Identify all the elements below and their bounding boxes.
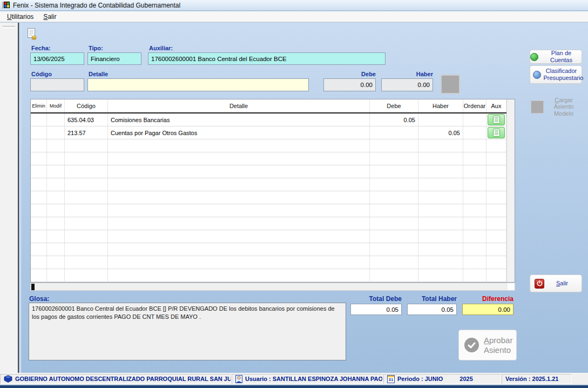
cell-modif [47, 152, 65, 165]
aux-detail-button[interactable] [488, 127, 505, 138]
dock-grip-handle[interactable] [3, 26, 15, 28]
cell-aux [486, 126, 506, 139]
journal-document-icon[interactable] [26, 28, 38, 42]
cell-modif [47, 139, 65, 152]
glosa-label: Glosa: [29, 295, 49, 303]
column-header-elimin[interactable]: Elimin [31, 99, 47, 112]
aprobar-asiento-button[interactable]: Aprobar Asiento [458, 330, 517, 360]
column-header-ordenar[interactable]: Ordenar [463, 99, 486, 112]
cell-modif [47, 256, 65, 269]
cargar-asiento-label: Cargar Asiento Modelo [546, 97, 581, 117]
column-header-aux[interactable]: Aux [486, 99, 506, 112]
cell-haber [418, 230, 463, 243]
cell-modif [47, 191, 65, 204]
cell-codigo: 213.57 [65, 126, 108, 139]
table-row [31, 165, 506, 178]
codigo-entry-field[interactable] [30, 78, 84, 91]
cell-modif [47, 243, 65, 256]
cell-debe [370, 152, 418, 165]
cell-aux [486, 243, 506, 256]
diferencia-field: 0.00 [462, 304, 513, 315]
cell-detalle [108, 217, 370, 230]
cell-modif [47, 217, 65, 230]
status-bar: GOBIERNO AUTONOMO DESCENTRALIZADO PARROQ… [0, 373, 588, 384]
cell-detalle: Cuentas por Pagar Otros Gastos [108, 126, 370, 139]
glosa-textarea[interactable]: 1760002600001 Banco Central del Ecuador … [29, 303, 346, 360]
cell-haber [418, 139, 463, 152]
aux-detail-button[interactable] [488, 114, 505, 125]
cell-debe [370, 204, 418, 217]
menu-utilitarios[interactable]: Utilitarios [2, 12, 38, 22]
cell-elimin [31, 165, 47, 178]
column-header-detalle[interactable]: Detalle [108, 99, 370, 112]
cell-elimin [31, 152, 47, 165]
cell-codigo [65, 243, 108, 256]
cell-elimin [31, 230, 47, 243]
codigo-entry-label: Código [31, 71, 52, 77]
cell-elimin [31, 113, 47, 126]
cell-modif [47, 165, 65, 178]
user-icon [235, 375, 242, 383]
detalle-entry-field[interactable] [87, 78, 309, 91]
plan-de-cuentas-button[interactable]: Plan de Cuentas [530, 50, 582, 64]
cargar-asiento-modelo-button[interactable]: Cargar Asiento Modelo [530, 98, 582, 116]
cell-debe [370, 126, 418, 139]
hscroll-thumb[interactable] [31, 284, 35, 290]
cell-codigo [65, 217, 108, 230]
column-header-debe[interactable]: Debe [370, 99, 418, 112]
cell-ordenar [463, 217, 486, 230]
salir-button[interactable]: Salir [530, 275, 582, 292]
table-row [31, 269, 506, 282]
cell-haber [418, 217, 463, 230]
cell-ordenar [463, 152, 486, 165]
add-line-button[interactable] [441, 75, 460, 94]
aprobar-asiento-label: Aprobar Asiento [484, 336, 512, 354]
menu-salir[interactable]: Salir [38, 12, 61, 22]
plan-de-cuentas-label: Plan de Cuentas [541, 50, 582, 63]
total-debe-field: 0.05 [350, 304, 402, 315]
auxiliar-field[interactable]: 1760002600001 Banco Central del Ecuador … [148, 52, 386, 65]
cell-detalle [108, 191, 370, 204]
tipo-field[interactable]: Financiero [87, 52, 141, 65]
table-horizontal-scrollbar[interactable] [30, 283, 515, 291]
cell-modif [47, 230, 65, 243]
fecha-field[interactable]: 13/06/2025 [30, 52, 84, 65]
app-window: Fenix - Sistema Integrado de Contabilida… [0, 0, 588, 388]
periodo-text: Periodo : JUNIO [397, 376, 443, 382]
green-sphere-icon [530, 53, 538, 61]
cell-detalle [108, 165, 370, 178]
cell-ordenar [463, 165, 486, 178]
cell-ordenar [463, 113, 486, 126]
table-row [31, 217, 506, 230]
power-icon [535, 279, 544, 289]
table-row[interactable]: 213.57Cuentas por Pagar Otros Gastos0.05 [31, 126, 506, 139]
cell-debe [370, 243, 418, 256]
cell-modif [47, 113, 65, 126]
cell-elimin [31, 243, 47, 256]
clasificador-presupuestario-button[interactable]: Clasificador Presupuestario [530, 65, 582, 84]
column-header-modif[interactable]: Modif [47, 99, 65, 112]
cell-detalle [108, 230, 370, 243]
diferencia-label: Diferencia [462, 295, 513, 303]
book-icon [4, 375, 12, 383]
collapsed-side-dock[interactable] [0, 23, 19, 373]
table-vertical-scrollbar[interactable] [506, 99, 515, 282]
debe-entry-field[interactable]: 0.00 [323, 78, 376, 91]
total-haber-label: Total Haber [407, 295, 457, 303]
cell-detalle [108, 178, 370, 191]
column-header-haber[interactable]: Haber [418, 99, 463, 112]
column-header-codigo[interactable]: Código [65, 99, 108, 112]
cell-codigo [65, 178, 108, 191]
cell-modif [47, 178, 65, 191]
table-row [31, 230, 506, 243]
haber-entry-field[interactable]: 0.00 [381, 78, 433, 91]
cell-elimin [31, 126, 47, 139]
cell-detalle [108, 204, 370, 217]
cell-haber [418, 165, 463, 178]
scrollbar-corner [508, 283, 515, 290]
table-row [31, 191, 506, 204]
table-row[interactable]: 635.04.03Comisiones Bancarias0.05 [31, 113, 506, 126]
statusbar-usuario: Usuario : SANTILLAN ESPINOZA JOHANNA PAO… [232, 374, 383, 384]
cell-elimin [31, 191, 47, 204]
cell-debe: 0.05 [370, 113, 418, 126]
